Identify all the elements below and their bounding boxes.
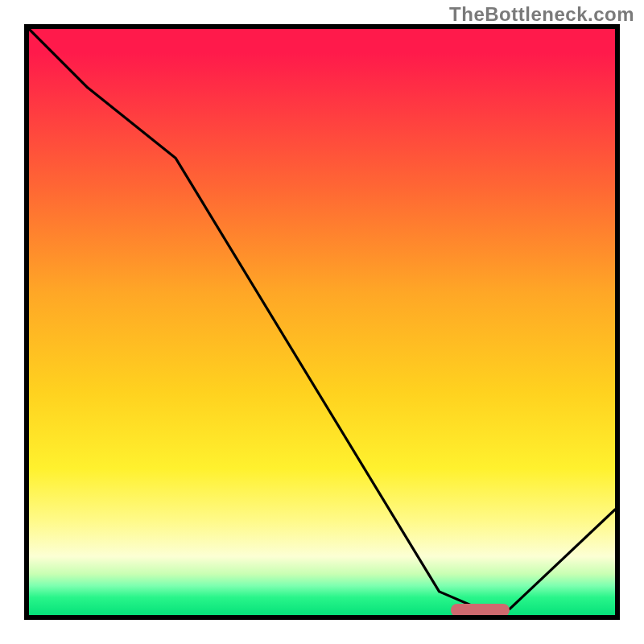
chart-container: TheBottleneck.com bbox=[0, 0, 644, 644]
optimal-range-marker bbox=[451, 604, 510, 617]
bottleneck-curve bbox=[29, 29, 615, 615]
plot-area bbox=[24, 24, 620, 620]
watermark-text: TheBottleneck.com bbox=[449, 3, 634, 26]
